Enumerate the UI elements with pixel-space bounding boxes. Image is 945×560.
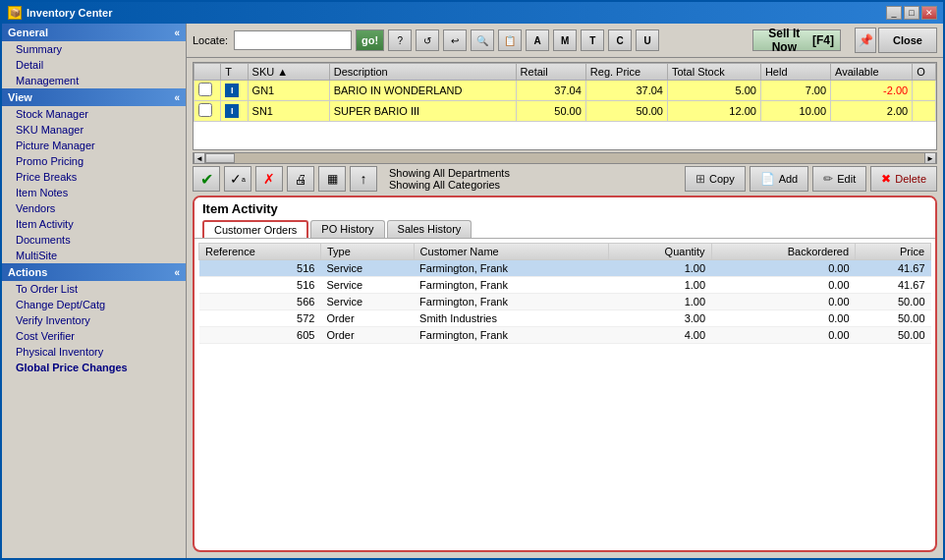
row-checkbox-1[interactable]: [198, 83, 212, 96]
sidebar-section-actions[interactable]: Actions «: [2, 263, 186, 281]
cell-ref-5: 605: [199, 327, 321, 344]
sidebar-item-global-price-changes[interactable]: Global Price Changes: [2, 360, 186, 375]
col-sku[interactable]: SKU ▲: [248, 64, 329, 81]
tab-customer-orders[interactable]: Customer Orders: [202, 220, 308, 238]
sidebar-section-general[interactable]: General «: [2, 24, 186, 41]
print-button[interactable]: 🖨: [287, 166, 314, 192]
sidebar-item-summary[interactable]: Summary: [2, 41, 186, 57]
activity-row[interactable]: 572 Order Smith Industries 3.00 0.00 50.…: [199, 310, 931, 327]
col-retail[interactable]: Retail: [516, 64, 585, 81]
sell-label: Sell It Now: [759, 27, 809, 54]
col-reg-price[interactable]: Reg. Price: [585, 64, 667, 81]
cell-totalstock-1: 5.00: [667, 81, 760, 101]
back-icon-btn[interactable]: ↩: [443, 29, 467, 51]
activity-row[interactable]: 566 Service Farmington, Frank 1.00 0.00 …: [199, 294, 931, 310]
go-button[interactable]: go!: [356, 29, 384, 51]
cell-price-5: 50.00: [856, 327, 931, 344]
scroll-thumb[interactable]: [205, 153, 235, 163]
close-button[interactable]: Close: [878, 28, 937, 53]
sidebar-item-item-notes[interactable]: Item Notes: [2, 185, 186, 200]
tab-po-history[interactable]: PO History: [310, 220, 384, 238]
checkmark-a-button[interactable]: ✓a: [224, 166, 251, 192]
window-title: Inventory Center: [27, 7, 112, 19]
edit-button[interactable]: ✏ Edit: [812, 166, 866, 192]
delete-button[interactable]: ✖ Delete: [870, 166, 937, 192]
window-close-button[interactable]: ✕: [921, 6, 937, 20]
table-row[interactable]: I GN1 BARIO IN WONDERLAND 37.04 37.04 5.…: [195, 81, 936, 101]
type-badge-2: I: [225, 104, 239, 118]
search-icon-btn[interactable]: 🔍: [471, 29, 494, 51]
sidebar-item-promo-pricing[interactable]: Promo Pricing: [2, 153, 186, 169]
checkmark-button[interactable]: ✔: [193, 166, 220, 192]
scroll-track[interactable]: [205, 153, 924, 163]
refresh-button[interactable]: ↑: [350, 166, 377, 192]
row-checkbox-2[interactable]: [198, 103, 212, 117]
maximize-button[interactable]: □: [904, 6, 919, 20]
cell-qty-3: 1.00: [608, 294, 711, 310]
sidebar-item-verify-inventory[interactable]: Verify Inventory: [2, 312, 186, 328]
cell-customer-2: Farmington, Frank: [414, 277, 608, 294]
table-row[interactable]: I SN1 SUPER BARIO III 50.00 50.00 12.00 …: [195, 101, 936, 122]
cell-check-2[interactable]: [195, 101, 221, 122]
t-icon-btn[interactable]: T: [581, 29, 604, 51]
sidebar-item-item-activity[interactable]: Item Activity: [2, 216, 186, 232]
sidebar-section-view[interactable]: View «: [2, 88, 186, 106]
tab-sales-history[interactable]: Sales History: [387, 220, 472, 238]
copy-button[interactable]: ⊞ Copy: [685, 166, 746, 192]
col-total-stock[interactable]: Total Stock: [667, 64, 760, 81]
sidebar-item-stock-manager[interactable]: Stock Manager: [2, 106, 186, 122]
inventory-table-container: T SKU ▲ Description Retail Reg. Price To…: [193, 62, 937, 150]
minimize-button[interactable]: _: [886, 6, 902, 20]
sidebar-item-picture-manager[interactable]: Picture Manager: [2, 138, 186, 153]
status-line-2: Showing All Categories: [389, 179, 681, 191]
x-button[interactable]: ✗: [255, 166, 283, 192]
c-icon-btn[interactable]: C: [608, 29, 632, 51]
item-activity-panel: Item Activity Customer Orders PO History…: [193, 196, 937, 552]
sidebar-item-detail[interactable]: Detail: [2, 57, 186, 73]
sidebar-item-to-order-list[interactable]: To Order List: [2, 281, 186, 297]
cell-held-2: 10.00: [760, 101, 830, 122]
sidebar-item-price-breaks[interactable]: Price Breaks: [2, 169, 186, 185]
sidebar-item-cost-verifier[interactable]: Cost Verifier: [2, 328, 186, 344]
sidebar-item-vendors[interactable]: Vendors: [2, 200, 186, 216]
col-description[interactable]: Description: [329, 64, 516, 81]
copy-label: Copy: [709, 173, 735, 185]
sidebar-item-multisite[interactable]: MultiSite: [2, 248, 186, 263]
cell-totalstock-2: 12.00: [667, 101, 760, 122]
m-icon-btn[interactable]: M: [553, 29, 577, 51]
cell-type-2: I: [221, 101, 248, 122]
scroll-left-btn[interactable]: ◄: [194, 152, 205, 164]
activity-row[interactable]: 516 Service Farmington, Frank 1.00 0.00 …: [199, 277, 931, 294]
sell-shortcut: [F4]: [812, 33, 834, 47]
activity-row[interactable]: 605 Order Farmington, Frank 4.00 0.00 50…: [199, 327, 931, 344]
sell-it-now-button[interactable]: Sell It Now [F4]: [752, 29, 841, 51]
cell-o-2: [913, 101, 936, 122]
sidebar-item-physical-inventory[interactable]: Physical Inventory: [2, 344, 186, 360]
refresh-icon-btn[interactable]: ↺: [416, 29, 439, 51]
col-held[interactable]: Held: [760, 64, 830, 81]
activity-row[interactable]: 516 Service Farmington, Frank 1.00 0.00 …: [199, 260, 931, 277]
cell-customer-1: Farmington, Frank: [414, 260, 608, 277]
col-type-h: Type: [320, 244, 414, 260]
scroll-right-btn[interactable]: ►: [924, 152, 936, 164]
col-backordered: Backordered: [711, 244, 856, 260]
u-icon-btn[interactable]: U: [636, 29, 659, 51]
help-icon-btn[interactable]: ?: [388, 29, 412, 51]
sidebar-item-documents[interactable]: Documents: [2, 232, 186, 248]
cell-desc-1: BARIO IN WONDERLAND: [329, 81, 516, 101]
cell-check[interactable]: [195, 81, 221, 101]
add-button[interactable]: 📄 Add: [750, 166, 809, 192]
sidebar-item-sku-manager[interactable]: SKU Manager: [2, 122, 186, 138]
a-icon-btn[interactable]: A: [526, 29, 549, 51]
layout-button[interactable]: ▦: [318, 166, 346, 192]
title-bar-left: 📦 Inventory Center: [8, 6, 112, 20]
sidebar-item-change-dept[interactable]: Change Dept/Catg: [2, 297, 186, 312]
sidebar-item-management[interactable]: Management: [2, 73, 186, 88]
copy-icon-btn[interactable]: 📋: [498, 29, 522, 51]
cell-type-a3: Service: [320, 294, 414, 310]
activity-table-container: Reference Type Customer Name Quantity Ba…: [195, 239, 935, 550]
horizontal-scrollbar[interactable]: ◄ ►: [193, 152, 937, 164]
cell-price-1: 41.67: [856, 260, 931, 277]
col-available[interactable]: Available: [831, 64, 913, 81]
locate-input[interactable]: [234, 30, 352, 50]
